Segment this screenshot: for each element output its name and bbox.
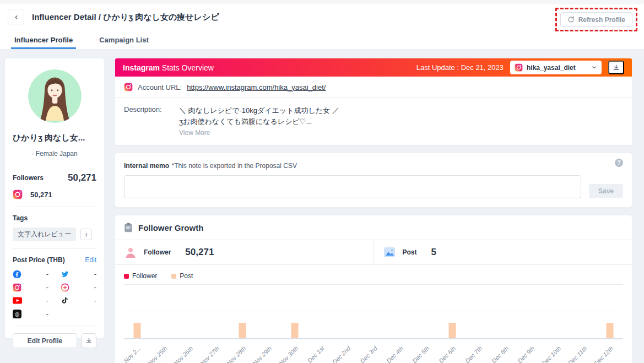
follower-growth-chart: Nov 2...Nov 25thNov 26thNov 27thNov 28th…	[115, 281, 632, 363]
content-area: ひかりʒ 肉なし女... - Female Japan Followers 50…	[0, 50, 644, 363]
account-select-value: hika_yasai_diet	[527, 64, 587, 72]
follower-stat-value: 50,271	[185, 247, 214, 258]
save-button[interactable]: Save	[589, 184, 623, 198]
chart-x-label: Nov 2...	[122, 345, 142, 363]
tiktok-icon	[61, 296, 69, 305]
svg-text:@: @	[15, 311, 20, 317]
chart-x-label: Dec 5th	[412, 345, 431, 363]
chart-category-slot	[360, 284, 387, 338]
legend-label: Post	[180, 272, 193, 280]
divider	[13, 207, 96, 207]
follower-growth-title: Follower Growth	[138, 223, 203, 232]
chart-x-label-slot: Dec 4th	[387, 339, 413, 363]
description-row: Description: ＼ 肉なしレシピで-10kgダイエット成功した女 ／ …	[115, 98, 632, 145]
chart-category-slot	[282, 284, 308, 338]
legend-label: Follower	[132, 272, 157, 280]
price-value: -	[94, 296, 96, 305]
chart-x-label-slot: Dec 12th	[597, 339, 623, 363]
internal-memo-note: *This note is exported in the Proposal C…	[171, 162, 296, 170]
download-icon	[85, 337, 93, 344]
memo-textarea[interactable]	[124, 175, 581, 198]
chart-x-label-slot: Dec 8th	[492, 339, 518, 363]
avatar	[28, 69, 82, 123]
followers-label: Followers	[13, 174, 44, 182]
top-strip	[0, 0, 644, 4]
internal-memo-card: Internal memo *This note is exported in …	[115, 153, 632, 208]
stats-overview-title: Instagram Stats Overview	[123, 63, 214, 72]
chart-category-slot	[176, 284, 203, 338]
chart-x-axis: Nov 2...Nov 25thNov 26thNov 27thNov 28th…	[124, 339, 623, 363]
edit-profile-button[interactable]: Edit Profile	[13, 333, 77, 348]
plus-icon: +	[84, 230, 89, 239]
image-icon	[383, 246, 396, 259]
follower-growth-card: Follower Growth Follower 50,271 Post 5	[115, 215, 632, 363]
view-more-link[interactable]: View More	[179, 129, 339, 137]
chart-x-label: Dec 9th	[516, 345, 535, 363]
internal-memo-label: Internal memo	[124, 162, 169, 170]
chart-category-slot	[229, 284, 256, 338]
download-stats-button[interactable]	[608, 61, 624, 74]
chart-category-slot	[544, 284, 571, 338]
price-twitter: -	[61, 269, 96, 279]
post-stat: Post 5	[374, 240, 632, 264]
chart-x-label-slot: Nov 27th	[203, 339, 229, 363]
stats-overview-rest: Stats Overview	[160, 63, 214, 72]
description-content: ＼ 肉なしレシピで-10kgダイエット成功した女 ／ ʒお肉使わなくても満腹にな…	[179, 105, 339, 137]
chart-x-label: Dec 4th	[385, 345, 404, 363]
refresh-icon	[567, 16, 575, 23]
price-instagram-story: -	[61, 283, 96, 292]
chart-x-label-slot: Nov 25th	[150, 339, 177, 363]
divider	[13, 248, 96, 249]
description-line: ʒお肉使わなくても満腹になるレシピ♡...	[179, 116, 339, 127]
chart-category-slot	[387, 284, 413, 338]
post-stat-label: Post	[403, 248, 417, 256]
page-header: Influencer Detail / ひかりʒ 肉なし女の痩せレシピ Refr…	[0, 4, 644, 30]
chart-bar-post	[607, 323, 614, 338]
add-tag-button[interactable]: +	[80, 229, 92, 240]
price-value: -	[46, 310, 48, 318]
legend-post: Post	[171, 272, 193, 280]
instagram-follower-count: 50,271	[30, 191, 52, 199]
chart-x-label-slot: Dec 7th	[466, 339, 492, 363]
chart-legend: Follower Post	[115, 265, 632, 281]
back-button[interactable]	[8, 9, 24, 25]
chart-category-slot	[150, 284, 177, 338]
instagram-icon	[124, 83, 133, 91]
chart-x-label: Dec 6th	[437, 345, 457, 363]
edit-price-link[interactable]: Edit	[85, 256, 96, 264]
description-line: ＼ 肉なしレシピで-10kgダイエット成功した女 ／	[179, 105, 339, 116]
last-update-text: Last Update : Dec 21, 2023	[416, 63, 504, 72]
chart-x-label-slot: Nov 30th	[282, 339, 308, 363]
download-profile-button[interactable]	[82, 333, 96, 348]
chart-category-slot	[413, 284, 440, 338]
follower-stat-label: Follower	[144, 248, 171, 256]
tab-influencer-profile[interactable]: Influencer Profile	[13, 30, 74, 49]
threads-icon: @	[13, 310, 21, 318]
chart-x-label-slot: Nov 29th	[255, 339, 282, 363]
price-value: -	[46, 283, 48, 291]
twitter-icon	[61, 270, 69, 279]
account-url-link[interactable]: https://www.instagram.com/hika_yasai_die…	[187, 83, 326, 91]
chart-category-slot	[518, 284, 544, 338]
price-grid: - - - -	[13, 269, 96, 318]
refresh-profile-button[interactable]: Refresh Profile	[560, 12, 632, 27]
price-threads: @ -	[13, 309, 48, 318]
clipboard-icon	[124, 223, 133, 232]
tags-label: Tags	[13, 214, 96, 222]
chart-x-label: Dec 2nd	[331, 345, 351, 363]
followers-total: 50,271	[68, 172, 96, 183]
chart-x-label: Dec 8th	[490, 345, 510, 363]
instagram-icon	[515, 63, 523, 72]
tab-campaign-list[interactable]: Campaign List	[98, 30, 150, 49]
post-price-label: Post Price (THB)	[13, 256, 65, 264]
chart-x-label-slot: Dec 6th	[439, 339, 466, 363]
chart-category-slot	[439, 284, 466, 338]
chart-x-label-slot: Dec 9th	[518, 339, 544, 363]
chart-bar-post	[291, 323, 298, 338]
chart-plot	[124, 284, 623, 339]
chart-category-slot	[597, 284, 623, 338]
facebook-icon	[13, 270, 21, 279]
account-select[interactable]: hika_yasai_diet	[510, 61, 602, 74]
price-value: -	[94, 283, 96, 291]
tab-label: Campaign List	[99, 36, 149, 44]
